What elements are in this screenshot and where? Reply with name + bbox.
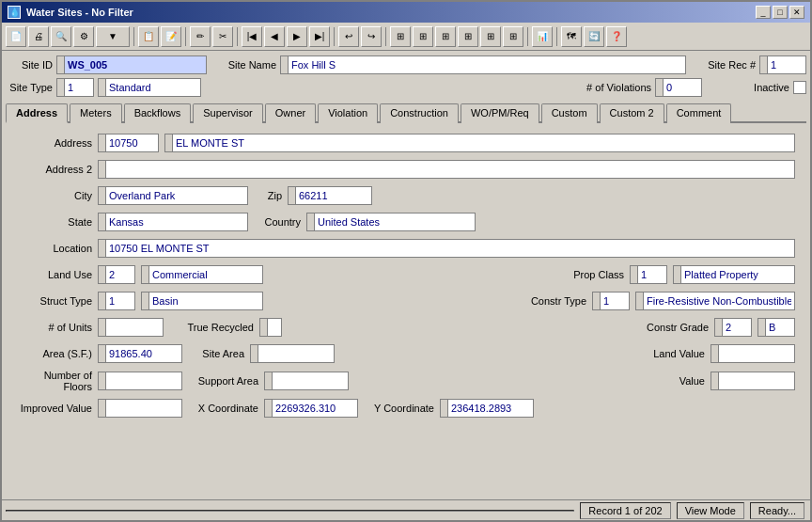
address-num-field[interactable] (98, 134, 159, 152)
grid2-button[interactable]: ⊞ (413, 26, 433, 47)
grid5-button[interactable]: ⊞ (480, 26, 501, 47)
location-field[interactable] (98, 239, 795, 258)
constr-type-value-input[interactable] (644, 293, 794, 309)
site-type-code-input[interactable] (65, 79, 93, 96)
prop-class-code-field[interactable] (630, 265, 667, 284)
num-floors-input[interactable] (106, 372, 181, 389)
site-type-code-field[interactable] (56, 78, 94, 97)
struct-type-code-field[interactable] (98, 292, 135, 310)
value-field[interactable] (710, 372, 795, 390)
grid3-button[interactable]: ⊞ (435, 26, 456, 47)
address2-field[interactable] (98, 160, 795, 179)
list-button[interactable]: 📋 (138, 26, 159, 47)
print-button[interactable]: 🖨 (28, 26, 49, 47)
x-coord-input[interactable] (273, 400, 357, 417)
support-area-field[interactable] (264, 372, 349, 390)
true-recycled-checkbox[interactable] (268, 321, 281, 334)
map-button[interactable]: 🗺 (561, 26, 582, 47)
constr-grade-code-input[interactable] (723, 319, 751, 336)
violations-input[interactable] (664, 79, 701, 96)
edit-button[interactable]: ✏ (190, 26, 211, 47)
land-use-code-field[interactable] (98, 265, 135, 284)
support-area-input[interactable] (273, 372, 348, 389)
first-button[interactable]: |◀ (242, 26, 262, 47)
area-sf-input[interactable] (106, 345, 181, 362)
tab-meters[interactable]: Meters (70, 103, 122, 123)
tab-custom[interactable]: Custom (541, 103, 598, 123)
land-use-value-field[interactable] (141, 265, 263, 284)
site-rec-input[interactable] (768, 56, 805, 73)
struct-type-value-field[interactable] (141, 292, 263, 310)
tab-supervisor[interactable]: Supervisor (193, 103, 263, 123)
inactive-checkbox[interactable] (793, 81, 806, 94)
tab-backflows[interactable]: Backflows (124, 103, 192, 123)
new-button[interactable]: 📄 (6, 26, 26, 47)
land-value-input[interactable] (719, 345, 794, 362)
maximize-button[interactable]: □ (773, 6, 788, 19)
struct-type-value-input[interactable] (149, 293, 262, 309)
grid6-button[interactable]: ⊞ (503, 26, 523, 47)
site-name-field[interactable] (280, 55, 686, 74)
site-type-value-field[interactable] (98, 78, 201, 97)
true-recycled-field[interactable] (259, 318, 282, 337)
city-input[interactable] (106, 187, 247, 204)
violations-field[interactable] (655, 78, 702, 97)
back-button[interactable]: ↩ (338, 26, 359, 47)
prop-class-code-input[interactable] (638, 266, 666, 283)
filter-dropdown[interactable]: ▼ (96, 26, 130, 47)
grid4-button[interactable]: ⊞ (458, 26, 478, 47)
constr-grade-code-field[interactable] (714, 318, 752, 337)
tab-owner[interactable]: Owner (265, 103, 316, 123)
constr-grade-value-field[interactable] (757, 318, 795, 337)
tab-construction[interactable]: Construction (380, 103, 459, 123)
site-area-input[interactable] (258, 345, 334, 362)
tab-custom2[interactable]: Custom 2 (600, 103, 664, 123)
country-input[interactable] (315, 214, 475, 230)
land-value-field[interactable] (710, 344, 795, 363)
units-field[interactable] (98, 318, 164, 337)
forward-button[interactable]: ↪ (361, 26, 382, 47)
site-rec-field[interactable] (759, 55, 806, 74)
struct-type-code-input[interactable] (106, 293, 134, 309)
constr-type-value-field[interactable] (635, 292, 795, 310)
constr-type-code-input[interactable] (601, 293, 629, 309)
country-field[interactable] (306, 213, 476, 231)
cut-button[interactable]: ✂ (212, 26, 233, 47)
location-input[interactable] (106, 240, 794, 257)
land-use-code-input[interactable] (106, 266, 134, 283)
next-button[interactable]: ▶ (287, 26, 307, 47)
form-button[interactable]: 📝 (161, 26, 181, 47)
tab-comment[interactable]: Comment (666, 103, 732, 123)
prop-class-value-field[interactable] (673, 265, 795, 284)
grid1-button[interactable]: ⊞ (390, 26, 411, 47)
zip-field[interactable] (288, 186, 372, 205)
area-sf-field[interactable] (98, 344, 182, 363)
tab-address[interactable]: Address (6, 103, 68, 123)
improved-value-field[interactable] (98, 399, 182, 418)
site-id-input[interactable] (65, 56, 206, 73)
units-input[interactable] (106, 319, 163, 336)
zip-input[interactable] (296, 187, 371, 204)
num-floors-field[interactable] (98, 372, 182, 390)
chart-button[interactable]: 📊 (532, 26, 553, 47)
refresh-button[interactable]: 🔄 (584, 26, 604, 47)
improved-value-input[interactable] (106, 400, 181, 417)
address-street-field[interactable] (164, 134, 795, 152)
tools-button[interactable]: ⚙ (73, 26, 94, 47)
y-coord-field[interactable] (440, 399, 534, 418)
site-name-input[interactable] (289, 56, 685, 73)
site-area-field[interactable] (250, 344, 335, 363)
constr-type-code-field[interactable] (592, 292, 630, 310)
y-coord-input[interactable] (448, 400, 533, 417)
city-field[interactable] (98, 186, 248, 205)
prop-class-value-input[interactable] (681, 266, 794, 283)
constr-grade-value-input[interactable] (766, 319, 794, 336)
address2-input[interactable] (106, 161, 794, 178)
x-coord-field[interactable] (264, 399, 358, 418)
tab-wo-pm-req[interactable]: WO/PM/Req (461, 103, 539, 123)
last-button[interactable]: ▶| (309, 26, 330, 47)
state-field[interactable] (98, 213, 248, 231)
state-input[interactable] (106, 214, 247, 230)
address-street-input[interactable] (173, 134, 794, 151)
site-type-value-input[interactable] (106, 79, 200, 96)
